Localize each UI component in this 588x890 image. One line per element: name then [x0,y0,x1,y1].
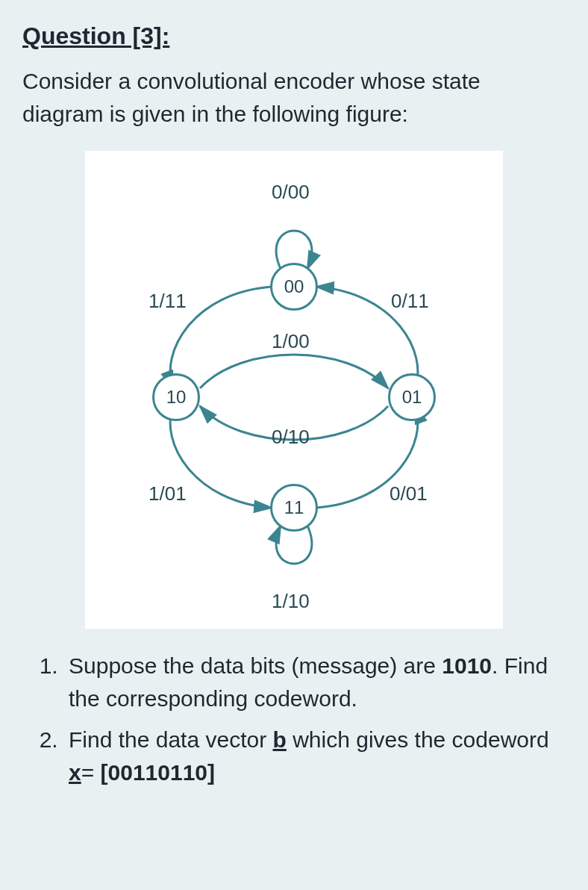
edge-label-01-to-10: 0/10 [272,426,310,449]
edge-label-self-00: 0/00 [272,181,310,204]
q1-text-a: Suppose the data bits (message) are [69,653,442,678]
q2-text-b: which gives the codeword [287,727,549,752]
q2-codeword: [00110110] [101,760,215,785]
state-node-00: 00 [270,263,318,311]
state-node-01: 01 [388,373,436,421]
edge-label-11-to-01: 0/01 [390,482,428,505]
figure-container: 00 10 01 11 0/00 1/10 1/11 0/11 1/00 0/1… [22,151,566,629]
edge-label-00-to-10: 1/11 [148,290,187,313]
question-list: Suppose the data bits (message) are 1010… [22,650,566,788]
question-heading: Question [3]: [22,22,566,50]
q1-databits: 1010 [442,653,492,678]
q2-vector-b: b [273,727,287,752]
edge-label-10-to-11: 1/01 [148,482,187,505]
q2-vector-x: x [69,760,81,785]
q2-text-a: Find the data vector [69,727,273,752]
q2-text-c: = [81,760,101,785]
state-diagram: 00 10 01 11 0/00 1/10 1/11 0/11 1/00 0/1… [85,151,503,629]
edge-label-10-to-01: 1/00 [272,330,310,353]
state-node-10: 10 [152,373,200,421]
question-item-2: Find the data vector b which gives the c… [64,723,566,788]
question-item-1: Suppose the data bits (message) are 1010… [64,650,566,715]
state-node-11: 11 [270,484,318,532]
intro-paragraph: Consider a convolutional encoder whose s… [22,65,566,130]
edge-label-self-11: 1/10 [272,590,310,613]
diagram-edges [85,151,503,629]
edge-label-01-to-00: 0/11 [391,290,429,313]
